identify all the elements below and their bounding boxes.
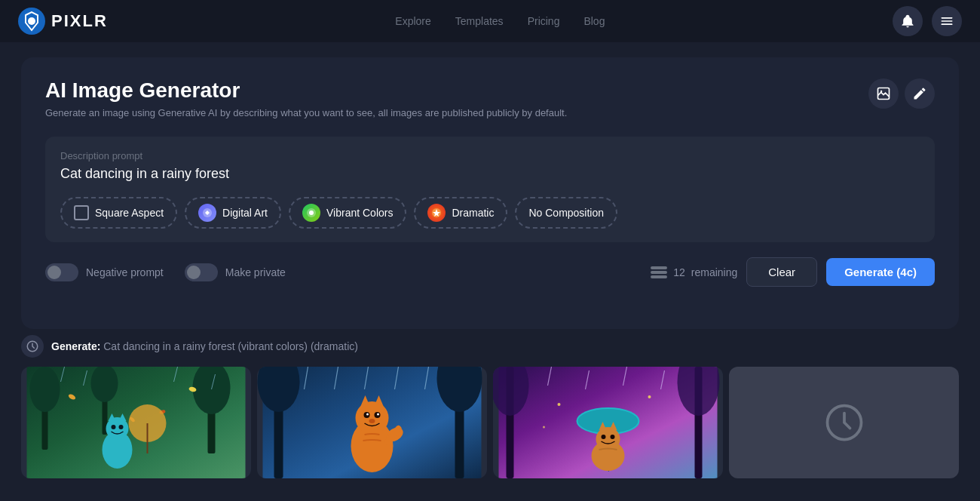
svg-point-52	[377, 413, 379, 416]
menu-button[interactable]	[932, 6, 962, 36]
nav-link-blog[interactable]: Blog	[583, 15, 605, 27]
toggle-knob-2	[187, 266, 201, 279]
svg-point-64	[558, 403, 561, 406]
make-private-toggle[interactable]	[185, 263, 218, 281]
generated-image-4[interactable]	[729, 367, 959, 478]
credits-stack-icon	[651, 266, 667, 278]
tag-square-aspect[interactable]: Square Aspect	[60, 197, 177, 229]
bell-icon	[900, 14, 915, 29]
pixlr-logo[interactable]: PIXLR	[18, 8, 108, 35]
dramatic-icon	[427, 204, 446, 222]
prompt-area: Description prompt Cat dancing in a rain…	[45, 137, 935, 242]
gallery-icon	[876, 86, 891, 101]
nav-link-explore[interactable]: Explore	[395, 15, 430, 27]
svg-point-65	[648, 395, 651, 398]
digital-art-icon	[198, 204, 216, 222]
navbar-left: PIXLR	[18, 8, 108, 35]
tag-vibrant-colors[interactable]: Vibrant Colors	[289, 197, 406, 229]
pixlr-logo-text: PIXLR	[51, 11, 108, 31]
pencil-icon	[912, 86, 927, 101]
navbar-right	[893, 6, 962, 36]
generate-prompt-text: Cat dancing in a rainy forest (vibrant c…	[103, 340, 358, 352]
gallery-button[interactable]	[868, 78, 899, 109]
generate-button[interactable]: Generate (4c)	[826, 258, 935, 286]
svg-point-53	[369, 419, 375, 423]
controls-row: Negative prompt Make private 1	[45, 257, 935, 287]
tag-no-composition-label: No Composition	[528, 207, 604, 219]
tag-no-composition[interactable]: No Composition	[515, 197, 617, 229]
negative-prompt-label: Negative prompt	[86, 266, 164, 278]
remaining-info: 12 remaining	[651, 266, 737, 278]
tag-dramatic[interactable]: Dramatic	[414, 197, 507, 229]
prompt-label: Description prompt	[60, 150, 920, 161]
tag-dramatic-label: Dramatic	[452, 207, 494, 219]
svg-point-66	[543, 426, 545, 429]
page-subtitle: Generate an image using Generative AI by…	[45, 107, 567, 118]
nav-link-pricing[interactable]: Pricing	[528, 15, 560, 27]
remaining-count: 12	[673, 266, 685, 278]
controls-right: 12 remaining Clear Generate (4c)	[651, 257, 935, 287]
negative-prompt-toggle-group: Negative prompt	[45, 263, 164, 281]
navbar: PIXLR Explore Templates Pricing Blog	[0, 0, 980, 42]
svg-point-1	[28, 17, 35, 25]
notification-button[interactable]	[893, 6, 923, 36]
generate-prefix: Generate:	[51, 340, 100, 352]
svg-point-14	[30, 367, 60, 412]
svg-point-28	[119, 425, 124, 429]
svg-point-51	[366, 413, 369, 416]
card-actions	[868, 78, 935, 109]
generated-image-2[interactable]	[257, 367, 487, 478]
vibrant-colors-icon	[302, 204, 320, 222]
tag-square-aspect-label: Square Aspect	[95, 207, 164, 219]
tag-digital-art[interactable]: Digital Art	[185, 197, 281, 229]
svg-point-71	[596, 427, 620, 451]
svg-point-9	[309, 211, 314, 215]
menu-icon	[939, 14, 954, 29]
main-content: AI Image Generator Generate an image usi…	[0, 42, 980, 493]
generate-section-icon	[21, 335, 44, 358]
square-aspect-icon	[74, 205, 89, 220]
edit-button[interactable]	[905, 78, 935, 109]
remaining-label: remaining	[691, 266, 737, 278]
svg-rect-4	[942, 23, 953, 25]
controls-left: Negative prompt Make private	[45, 263, 286, 281]
make-private-label: Make private	[225, 266, 286, 278]
page-title: AI Image Generator	[45, 78, 567, 103]
image-art-3	[493, 367, 723, 478]
tag-digital-art-label: Digital Art	[222, 207, 268, 219]
svg-point-74	[602, 435, 606, 439]
negative-prompt-toggle[interactable]	[45, 263, 78, 281]
placeholder-icon	[822, 400, 867, 445]
generated-image-3[interactable]	[493, 367, 723, 478]
image-art-1	[21, 367, 251, 478]
generated-image-1[interactable]	[21, 367, 251, 478]
clear-button[interactable]: Clear	[746, 257, 817, 287]
make-private-toggle-group: Make private	[185, 263, 286, 281]
navbar-center: Explore Templates Pricing Blog	[395, 15, 605, 27]
svg-rect-3	[942, 20, 953, 22]
nav-link-templates[interactable]: Templates	[455, 15, 504, 27]
svg-point-46	[356, 401, 389, 435]
generate-label-text: Generate: Cat dancing in a rainy forest …	[51, 340, 358, 352]
toggle-knob	[47, 266, 61, 279]
images-grid	[21, 367, 959, 478]
svg-point-75	[611, 435, 615, 439]
svg-point-27	[112, 425, 116, 429]
tags-row: Square Aspect Digital Art	[60, 197, 920, 229]
pixlr-logo-icon	[18, 8, 45, 35]
prompt-text[interactable]: Cat dancing in a rainy forest	[60, 166, 920, 182]
svg-rect-2	[942, 17, 953, 19]
generate-label-row: Generate: Cat dancing in a rainy forest …	[21, 335, 959, 358]
tag-vibrant-colors-label: Vibrant Colors	[326, 207, 393, 219]
generate-section: Generate: Cat dancing in a rainy forest …	[21, 335, 959, 478]
generator-card: AI Image Generator Generate an image usi…	[21, 57, 959, 329]
image-art-2	[257, 367, 487, 478]
